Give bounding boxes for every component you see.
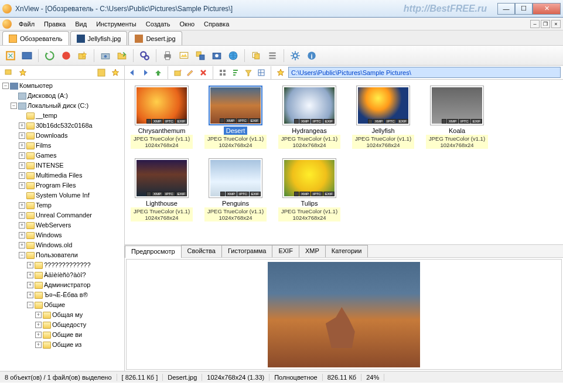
tree-drive[interactable]: Дисковод (A:) (11, 91, 123, 101)
thumb-lighthouse[interactable]: XMPIPTCEXIFLighthouseJPEG TrueColor (v1.… (131, 158, 193, 221)
thumb-tulips[interactable]: XMPIPTCEXIFTulipsJPEG TrueColor (v1.1)10… (278, 158, 340, 221)
tree-node[interactable]: +Windows.old (19, 240, 123, 250)
mdi-close[interactable]: × (551, 20, 561, 28)
menu-справка[interactable]: Справка (199, 19, 234, 29)
folder-tree-pane[interactable]: −КомпьютерДисковод (A:)−Локальный диск (… (0, 80, 125, 371)
sort-icon[interactable] (230, 67, 241, 78)
tree-node[interactable]: +Общая му (35, 310, 123, 320)
thumb-chrysanthemum[interactable]: XMPIPTCEXIFChrysanthemumJPEG TrueColor (… (131, 86, 193, 149)
tree-cat-icon[interactable] (96, 67, 107, 78)
expand-icon[interactable]: + (19, 162, 25, 169)
tree-fav2-icon[interactable] (110, 67, 121, 78)
tree-node[interactable]: +Unreal Commander (19, 210, 123, 220)
tree-sync-icon[interactable] (4, 67, 14, 78)
menu-окно[interactable]: Окно (175, 19, 200, 29)
list-icon[interactable] (265, 49, 279, 63)
expand-icon[interactable]: + (19, 222, 25, 229)
minimize-button[interactable]: — (497, 3, 515, 15)
address-bar[interactable] (288, 67, 561, 78)
expand-icon[interactable]: + (19, 122, 25, 129)
settings-icon[interactable] (288, 49, 302, 63)
fit-window-icon[interactable] (4, 49, 18, 63)
preview-tab-4[interactable]: XMP (299, 245, 326, 257)
stop-icon[interactable] (59, 49, 73, 63)
expand-icon[interactable]: + (19, 232, 25, 238)
tab-jellyfish-jpg[interactable]: Jellyfish.jpg (70, 31, 128, 45)
expand-icon[interactable] (19, 113, 25, 119)
expand-icon[interactable]: + (19, 212, 25, 219)
expand-icon[interactable]: + (35, 312, 42, 318)
expand-icon[interactable]: + (27, 262, 33, 268)
menu-файл[interactable]: Файл (14, 19, 39, 29)
rename-icon[interactable] (185, 67, 196, 78)
thumb-desert[interactable]: XMPIPTCEXIFDesertJPEG TrueColor (v1.1)10… (204, 86, 267, 149)
mdi-restore[interactable]: ❐ (541, 20, 550, 28)
open-folder-icon[interactable] (115, 49, 129, 63)
thumbnail-grid[interactable]: XMPIPTCEXIFChrysanthemumJPEG TrueColor (… (125, 80, 563, 244)
tree-node[interactable]: +Films (19, 141, 123, 151)
web-icon[interactable] (226, 49, 240, 63)
preview-tab-0[interactable]: Предпросмотр (125, 246, 182, 258)
tree-fav-icon[interactable] (18, 67, 28, 78)
thumb-penguins[interactable]: XMPIPTCEXIFPenguinsJPEG TrueColor (v1.1)… (204, 158, 267, 221)
tree-node[interactable]: +Multimedia Files (19, 171, 123, 180)
expand-icon[interactable]: + (19, 142, 25, 149)
expand-icon[interactable]: + (19, 202, 25, 209)
tree-root[interactable]: −Компьютер (2, 81, 123, 91)
menu-вид[interactable]: Вид (70, 19, 91, 29)
tree-node[interactable]: −Пользователи (19, 250, 123, 260)
layout-icon[interactable] (256, 67, 267, 78)
tree-node[interactable]: System Volume Inf (19, 190, 123, 200)
tree-node[interactable]: +Program Files (19, 180, 123, 190)
search-icon[interactable] (138, 49, 152, 63)
tree-node[interactable]: +Àäìèíèñò?àòî? (27, 270, 123, 280)
expand-icon[interactable] (19, 192, 25, 199)
tree-node[interactable]: +30b16dc532c0168a (19, 121, 123, 131)
tree-node[interactable]: +Администратор (27, 280, 123, 290)
menu-правка[interactable]: Правка (39, 19, 70, 29)
menu-инструменты[interactable]: Инструменты (91, 19, 141, 29)
expand-icon[interactable]: + (27, 272, 33, 278)
capture-icon[interactable] (210, 49, 224, 63)
view-mode-icon[interactable] (217, 67, 228, 78)
expand-icon[interactable]: − (2, 83, 9, 89)
preview-tab-3[interactable]: EXIF (272, 245, 299, 257)
expand-icon[interactable]: + (35, 332, 42, 338)
mdi-minimize[interactable]: – (530, 20, 540, 28)
filter-icon[interactable] (243, 67, 254, 78)
nav-up-icon[interactable] (153, 67, 163, 78)
tree-node[interactable]: +Общедосту (35, 320, 123, 330)
thumb-hydrangeas[interactable]: XMPIPTCEXIFHydrangeasJPEG TrueColor (v1.… (278, 86, 340, 149)
tree-node[interactable]: +Общие из (35, 340, 123, 350)
tab-desert-jpg[interactable]: Desert.jpg (128, 31, 182, 45)
tab--[interactable]: Обозреватель (2, 31, 69, 45)
tree-node[interactable]: +Downloads (19, 131, 123, 141)
expand-icon[interactable]: + (35, 322, 42, 328)
expand-icon[interactable]: + (27, 282, 33, 288)
close-button[interactable]: ✕ (533, 3, 561, 15)
expand-icon[interactable]: − (27, 302, 33, 308)
refresh-icon[interactable] (43, 49, 57, 63)
preview-tab-5[interactable]: Категории (325, 245, 368, 257)
new-folder-icon[interactable]: + (172, 67, 183, 78)
tree-drive[interactable]: −Локальный диск (C:) (11, 101, 123, 111)
expand-icon[interactable]: − (11, 103, 17, 109)
tree-node[interactable]: __temp (19, 111, 123, 121)
tree-node[interactable]: +WebServers (19, 220, 123, 230)
tree-node[interactable]: +Общие ви (35, 330, 123, 340)
print-icon[interactable] (161, 49, 175, 63)
convert-icon[interactable] (193, 49, 207, 63)
tree-node[interactable]: −Общие (27, 300, 123, 310)
maximize-button[interactable]: ☐ (515, 3, 533, 15)
fullscreen-icon[interactable] (20, 49, 34, 63)
favorites-add-icon[interactable] (76, 49, 90, 63)
addr-fav-icon[interactable] (275, 67, 286, 78)
expand-icon[interactable]: + (35, 342, 42, 348)
acquire-icon[interactable] (98, 49, 112, 63)
help-icon[interactable]: i (305, 49, 319, 63)
delete-icon[interactable] (198, 67, 209, 78)
tree-node[interactable]: +Temp (19, 200, 123, 210)
thumb-koala[interactable]: XMPIPTCEXIFKoalaJPEG TrueColor (v1.1)102… (426, 86, 488, 149)
expand-icon[interactable]: − (19, 252, 25, 258)
nav-forward-icon[interactable] (140, 67, 151, 78)
